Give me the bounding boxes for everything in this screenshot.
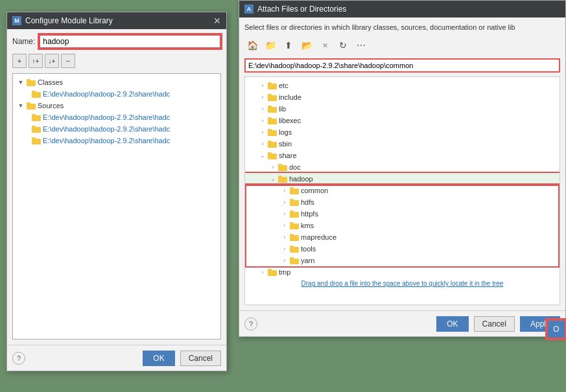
hdfs-folder-icon [289,198,300,207]
svg-rect-18 [268,119,277,124]
tree-item-sbin[interactable]: › sbin [245,138,560,150]
svg-rect-11 [32,137,36,139]
svg-rect-42 [290,259,299,264]
move-up-button[interactable]: ↑+ [29,54,43,68]
svg-rect-12 [268,84,277,89]
help-button[interactable]: ? [12,352,25,365]
svg-rect-2 [32,92,41,98]
attach-dialog-body: Select files or directories in which lib… [239,17,565,310]
tree-item-include[interactable]: › include [245,91,560,103]
refresh-button[interactable]: ↻ [335,38,351,53]
tree-item-share[interactable]: ⌄ share [245,150,560,161]
svg-rect-44 [268,270,277,276]
config-cancel-button[interactable]: Cancel [180,351,221,366]
attach-help-button[interactable]: ? [244,317,257,330]
tmp-label: tmp [279,268,290,276]
sources-item-3[interactable]: E:\dev\hadoop\hadoop-2.9.2\share\hadc [13,135,220,146]
tree-item-hdfs[interactable]: › hdfs [246,196,558,208]
tree-item-common[interactable]: › common [246,185,558,196]
partial-ok-button[interactable]: O [547,319,566,339]
svg-rect-4 [27,104,36,110]
tmp-expand-icon: › [258,269,267,275]
sbin-label: sbin [279,140,292,148]
folder-up-button[interactable]: ⬆ [281,38,296,53]
sources-path-1: E:\dev\hadoop\hadoop-2.9.2\share\hadc [43,113,170,121]
svg-rect-41 [290,246,294,248]
doc-label: doc [289,163,301,171]
attach-description: Select files or directories in which lib… [244,23,560,32]
classes-item-1[interactable]: E:\dev\hadoop\hadoop-2.9.2\share\hadc [13,88,220,100]
sources-label: Sources [38,102,64,110]
titlebar-left: M Configure Module Library [12,16,113,25]
svg-rect-24 [268,154,277,159]
attach-footer-buttons: OK Cancel Apply [436,316,560,332]
attach-cancel-button[interactable]: Cancel [474,316,515,332]
home-button[interactable]: 🏠 [244,38,260,53]
attach-dialog-title: Attach Files or Directories [257,5,346,14]
config-dialog-titlebar: M Configure Module Library ✕ [7,12,226,29]
sources-item-2[interactable]: E:\dev\hadoop\hadoop-2.9.2\share\hadc [13,123,220,135]
attach-files-dialog: A Attach Files or Directories Select fil… [239,0,566,337]
svg-rect-22 [268,142,277,148]
tree-item-etc[interactable]: › etc [245,80,560,91]
svg-rect-8 [32,127,41,133]
collapse-button[interactable]: ✕ [317,38,333,53]
tree-item-libexec[interactable]: › libexec [245,115,560,126]
attach-ok-button[interactable]: OK [436,316,468,332]
config-toolbar: + ↑+ ↓+ − [12,52,221,69]
tree-item-hadoop[interactable]: ⌄ hadoop [245,173,560,185]
tree-item-kms[interactable]: › kms [246,220,558,231]
tree-item-mapreduce[interactable]: › mapreduce [246,231,558,243]
remove-button[interactable]: − [61,54,75,68]
tools-folder-icon [289,244,300,253]
tools-expand-icon: › [280,246,289,252]
mapreduce-label: mapreduce [301,233,336,241]
path-bar[interactable]: E:\dev\hadoop\hadoop-2.9.2\share\hadoop\… [244,58,560,73]
mapreduce-folder-icon [289,233,300,242]
logs-folder-icon [267,128,277,137]
footer-buttons: OK Cancel [143,351,221,366]
tree-item-logs[interactable]: › logs [245,126,560,138]
svg-rect-17 [268,106,272,108]
config-ok-button[interactable]: OK [143,351,174,366]
tree-item-lib[interactable]: › lib [245,103,560,115]
sources-item-1[interactable]: E:\dev\hadoop\hadoop-2.9.2\share\hadc [13,111,220,123]
name-input[interactable] [39,34,221,49]
tree-item-tools[interactable]: › tools [246,243,558,255]
svg-rect-1 [27,79,30,81]
sources-section-header[interactable]: ▼ Sources [13,100,220,111]
drag-hint-text: Drag and drop a file into the space abov… [301,280,429,287]
classes-section-header[interactable]: ▼ Classes [13,76,220,88]
sbin-folder-icon [267,139,277,148]
tree-item-tmp[interactable]: › tmp [245,266,560,278]
svg-rect-5 [27,102,30,104]
new-folder-button[interactable]: 📁 [263,38,278,53]
doc-expand-icon: › [268,164,277,170]
hadoop-label: hadoop [289,175,313,183]
move-down-button[interactable]: ↓+ [45,54,59,68]
svg-rect-9 [32,126,36,128]
svg-rect-6 [32,115,41,121]
add-button[interactable]: + [12,54,27,68]
name-row: Name: [12,34,221,49]
include-folder-icon [267,93,277,102]
etc-label: etc [279,82,289,89]
expand-button[interactable]: 📂 [299,38,314,53]
svg-rect-14 [268,95,277,101]
svg-rect-19 [268,117,272,119]
attach-file-tree[interactable]: › etc › include › lib [244,76,560,305]
tree-item-httpfs[interactable]: › httpfs [246,208,558,220]
tree-item-doc[interactable]: › doc [245,161,560,173]
sources-item3-folder-icon [31,136,41,145]
drag-hint-link[interactable]: quickly locate it in the tree [429,280,503,287]
config-close-button[interactable]: ✕ [213,16,221,25]
tree-item-yarn[interactable]: › yarn [246,255,558,266]
sources-path-2: E:\dev\hadoop\hadoop-2.9.2\share\hadc [43,125,170,133]
hdfs-expand-icon: › [280,199,289,205]
svg-rect-34 [290,212,299,218]
share-expand-icon: ⌄ [258,152,267,159]
common-folder-icon [289,186,300,195]
module-tree-panel[interactable]: ▼ Classes E:\dev\hadoop\hadoop-2.9.2\sha… [12,73,221,340]
more-button[interactable]: ⋯ [353,38,369,53]
svg-rect-43 [290,257,294,259]
